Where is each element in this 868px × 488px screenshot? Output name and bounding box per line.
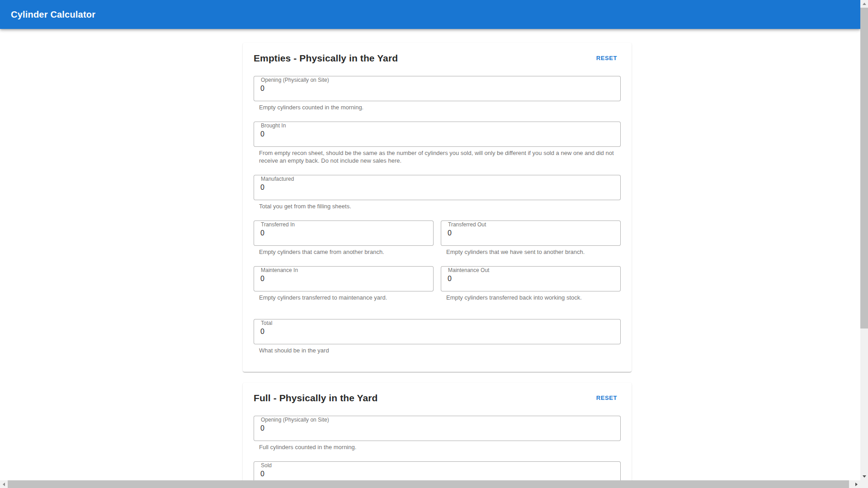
scroll-left-icon xyxy=(3,483,5,486)
field-row: Total What should be in the yard xyxy=(254,315,621,354)
total-empties-label: Total xyxy=(259,320,274,326)
field-maintenance-in: Maintenance In Empty cylinders transferr… xyxy=(254,263,434,301)
vertical-scrollbar[interactable] xyxy=(860,0,868,480)
total-empties-input[interactable] xyxy=(254,319,620,344)
field-brought-in: Brought In From empty recon sheet, shoul… xyxy=(254,118,621,164)
card-empties-header: Empties - Physically in the Yard RESET xyxy=(254,52,621,64)
brought-in-input-outline: Brought In xyxy=(254,122,621,147)
brought-in-label: Brought In xyxy=(259,123,288,128)
field-row: Brought In From empty recon sheet, shoul… xyxy=(254,118,621,164)
field-opening-full: Opening (Physically on Site) Full cylind… xyxy=(254,412,621,451)
card-full-title: Full - Physically in the Yard xyxy=(254,393,377,404)
transferred-in-helper: Empty cylinders that came from another b… xyxy=(259,248,428,256)
scroll-up-icon xyxy=(863,3,866,5)
brought-in-input[interactable] xyxy=(254,122,620,146)
transferred-in-label: Transferred In xyxy=(259,222,297,227)
maintenance-out-label: Maintenance Out xyxy=(446,267,491,273)
brought-in-helper: From empty recon sheet, should be the sa… xyxy=(259,149,615,164)
content-container: Empties - Physically in the Yard RESET O… xyxy=(243,43,632,488)
field-row: Manufactured Total you get from the fill… xyxy=(254,171,621,210)
opening-empties-label: Opening (Physically on Site) xyxy=(259,77,331,83)
vertical-scrollbar-thumb[interactable] xyxy=(860,8,868,328)
field-row: Opening (Physically on Site) Empty cylin… xyxy=(254,72,621,111)
scroll-left-button[interactable] xyxy=(0,480,8,488)
card-full-header: Full - Physically in the Yard RESET xyxy=(254,392,621,404)
scroll-down-icon xyxy=(863,475,866,478)
sold-label: Sold xyxy=(259,463,274,468)
field-transferred-in: Transferred In Empty cylinders that came… xyxy=(254,217,434,256)
scroll-right-button[interactable] xyxy=(853,480,860,488)
transferred-in-input-outline: Transferred In xyxy=(254,221,434,246)
scroll-up-button[interactable] xyxy=(860,0,868,8)
app-bar: Cylinder Calculator xyxy=(0,0,860,29)
field-row: Maintenance In Empty cylinders transferr… xyxy=(254,263,621,301)
maintenance-in-label: Maintenance In xyxy=(259,267,300,273)
reset-full-button[interactable]: RESET xyxy=(593,392,621,404)
total-empties-input-outline: Total xyxy=(254,319,621,344)
manufactured-empties-helper: Total you get from the filling sheets. xyxy=(259,202,615,210)
field-transferred-out: Transferred Out Empty cylinders that we … xyxy=(441,217,621,256)
transferred-out-label: Transferred Out xyxy=(446,222,488,227)
horizontal-scrollbar-thumb[interactable] xyxy=(8,480,849,488)
card-full: Full - Physically in the Yard RESET Open… xyxy=(243,383,632,488)
main-content: Empties - Physically in the Yard RESET O… xyxy=(0,29,868,488)
total-empties-helper: What should be in the yard xyxy=(259,347,615,354)
scrollbar-corner xyxy=(860,480,868,488)
maintenance-out-input-outline: Maintenance Out xyxy=(441,266,621,291)
maintenance-in-input-outline: Maintenance In xyxy=(254,266,434,291)
field-row: Opening (Physically on Site) Full cylind… xyxy=(254,412,621,451)
opening-full-label: Opening (Physically on Site) xyxy=(259,417,331,422)
opening-empties-helper: Empty cylinders counted in the morning. xyxy=(259,103,615,111)
transferred-out-input-outline: Transferred Out xyxy=(441,221,621,246)
card-empties-title: Empties - Physically in the Yard xyxy=(254,53,398,64)
opening-full-input-outline: Opening (Physically on Site) xyxy=(254,416,621,441)
opening-full-helper: Full cylinders counted in the morning. xyxy=(259,443,615,451)
manufactured-empties-input[interactable] xyxy=(254,175,620,200)
maintenance-out-helper: Empty cylinders transferred back into wo… xyxy=(446,294,615,301)
card-empties: Empties - Physically in the Yard RESET O… xyxy=(243,43,632,372)
manufactured-empties-label: Manufactured xyxy=(259,176,296,182)
horizontal-scrollbar[interactable] xyxy=(0,480,860,488)
field-row: Transferred In Empty cylinders that came… xyxy=(254,217,621,256)
scroll-right-icon xyxy=(855,483,858,486)
opening-empties-input-outline: Opening (Physically on Site) xyxy=(254,76,621,101)
reset-empties-button[interactable]: RESET xyxy=(593,52,621,64)
field-total-empties: Total What should be in the yard xyxy=(254,315,621,354)
manufactured-empties-input-outline: Manufactured xyxy=(254,175,621,200)
transferred-out-helper: Empty cylinders that we have sent to ano… xyxy=(446,248,615,256)
field-manufactured-empties: Manufactured Total you get from the fill… xyxy=(254,171,621,210)
maintenance-in-helper: Empty cylinders transferred to maintenan… xyxy=(259,294,428,301)
scroll-down-button[interactable] xyxy=(860,473,868,480)
field-maintenance-out: Maintenance Out Empty cylinders transfer… xyxy=(441,263,621,301)
field-opening-empties: Opening (Physically on Site) Empty cylin… xyxy=(254,72,621,111)
app-title: Cylinder Calculator xyxy=(11,9,95,20)
